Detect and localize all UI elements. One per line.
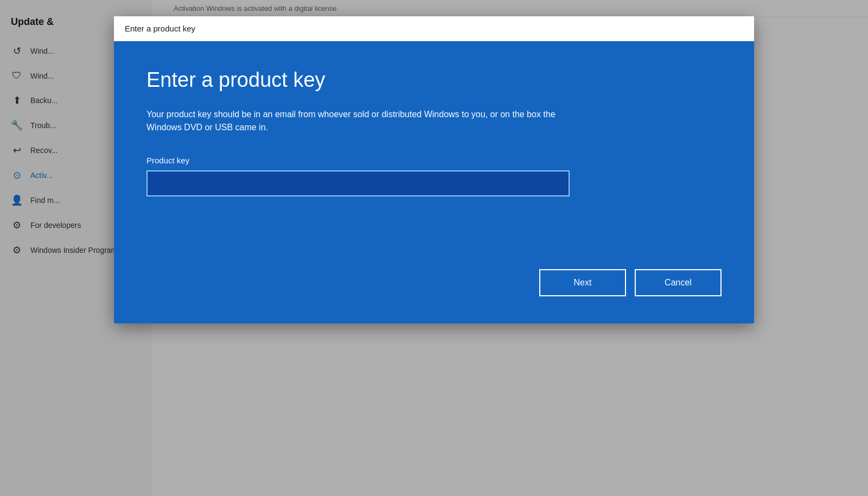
modal-body: Enter a product key Your product key sho… bbox=[114, 41, 754, 323]
modal-titlebar: Enter a product key bbox=[114, 16, 754, 41]
modal-main-title: Enter a product key bbox=[146, 68, 722, 92]
cancel-button[interactable]: Cancel bbox=[635, 269, 722, 296]
product-key-label: Product key bbox=[146, 156, 722, 165]
product-key-input[interactable] bbox=[146, 170, 570, 196]
modal-titlebar-text: Enter a product key bbox=[125, 24, 195, 33]
modal-description: Your product key should be in an email f… bbox=[146, 108, 570, 134]
product-key-field-group: Product key bbox=[146, 156, 722, 196]
modal-footer: Next Cancel bbox=[146, 237, 722, 296]
product-key-modal: Enter a product key Enter a product key … bbox=[114, 16, 754, 323]
next-button[interactable]: Next bbox=[539, 269, 626, 296]
modal-overlay: Enter a product key Enter a product key … bbox=[0, 0, 868, 496]
